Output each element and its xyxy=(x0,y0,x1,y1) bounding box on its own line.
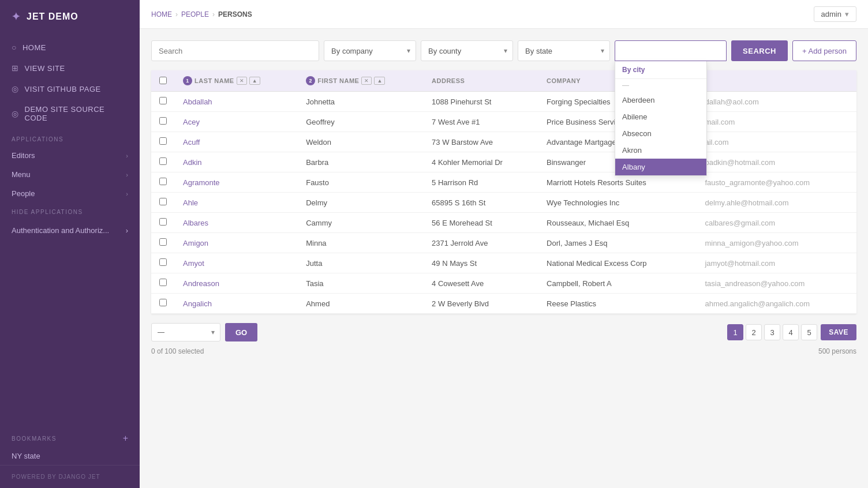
state-filter[interactable]: By state xyxy=(518,40,610,61)
cell-first-2: Weldon xyxy=(298,132,424,152)
people-label: People xyxy=(12,189,35,198)
cell-address-2: 73 W Barstow Ave xyxy=(424,132,538,152)
admin-dropdown[interactable]: admin ▾ xyxy=(814,6,856,22)
table-row: Amyot Jutta 49 N Mays St National Medica… xyxy=(151,253,856,273)
cell-company-10: Reese Plastics xyxy=(538,294,697,314)
company-filter[interactable]: By company xyxy=(324,40,416,61)
row-checkbox-3[interactable] xyxy=(159,157,167,165)
cell-email-1: mail.com xyxy=(697,112,856,132)
row-checkbox-7[interactable] xyxy=(159,238,167,246)
hide-apps-label[interactable]: HIDE APPLICATIONS xyxy=(0,203,140,221)
breadcrumb-people[interactable]: PEOPLE xyxy=(181,10,209,18)
table-row: Agramonte Fausto 5 Harrison Rd Marriott … xyxy=(151,172,856,193)
city-option-absecon[interactable]: Absecon xyxy=(615,125,706,142)
bookmark-ny-state[interactable]: NY state xyxy=(0,447,140,465)
page-1[interactable]: 1 xyxy=(727,324,743,340)
county-filter-wrapper: By county xyxy=(421,40,513,61)
county-filter[interactable]: By county xyxy=(421,40,513,61)
auth-chevron-icon: › xyxy=(126,226,128,235)
last-name-link-4[interactable]: Agramonte xyxy=(183,178,220,187)
row-checkbox-2[interactable] xyxy=(159,137,167,145)
last-name-link-5[interactable]: Ahle xyxy=(183,198,198,207)
sidebar-item-auth[interactable]: Authentication and Authoriz... › xyxy=(0,221,140,240)
page-4[interactable]: 4 xyxy=(783,324,799,340)
persons-table: 1 LAST NAME ✕ ▲ 2 FIRST NAME ✕ ▲ xyxy=(151,70,856,314)
last-name-link-0[interactable]: Abdallah xyxy=(183,97,212,106)
sidebar-item-people[interactable]: People › xyxy=(0,184,140,203)
breadcrumb-home[interactable]: HOME xyxy=(151,10,172,18)
cell-last-1: Acey xyxy=(175,112,298,132)
sort-last-name-asc[interactable]: ▲ xyxy=(249,77,260,85)
page-5[interactable]: 5 xyxy=(801,324,817,340)
city-option-abilene[interactable]: Abilene xyxy=(615,108,706,125)
content-area: By company By county By state By city — xyxy=(140,29,868,488)
row-checkbox-1[interactable] xyxy=(159,117,167,125)
row-checkbox-0[interactable] xyxy=(159,97,167,104)
first-name-col-label: FIRST NAME xyxy=(317,77,359,84)
row-checkbox-4[interactable] xyxy=(159,178,167,185)
cell-first-1: Geoffrey xyxy=(298,112,424,132)
cell-last-4: Agramonte xyxy=(175,172,298,193)
city-filter-input[interactable] xyxy=(615,40,727,61)
last-name-link-10[interactable]: Angalich xyxy=(183,299,212,308)
page-3[interactable]: 3 xyxy=(764,324,780,340)
sidebar: ✦ JET DEMO ○ HOME ⊞ VIEW SITE ◎ VISIT GI… xyxy=(0,0,140,488)
view-site-icon: ⊞ xyxy=(12,63,19,73)
sort-last-name-x[interactable]: ✕ xyxy=(237,77,247,85)
cell-first-0: Johnetta xyxy=(298,92,424,112)
last-name-link-8[interactable]: Amyot xyxy=(183,259,204,268)
select-all-checkbox[interactable] xyxy=(159,77,167,84)
last-name-link-6[interactable]: Albares xyxy=(183,219,208,227)
row-checkbox-8[interactable] xyxy=(159,258,167,266)
city-option-akron[interactable]: Akron xyxy=(615,142,706,159)
city-option-aberdeen[interactable]: Aberdeen xyxy=(615,92,706,108)
sort-first-name-asc[interactable]: ▲ xyxy=(374,77,385,85)
company-filter-wrapper: By company xyxy=(324,40,416,61)
city-option-albany[interactable]: Albany xyxy=(615,159,706,175)
add-bookmark-button[interactable]: + xyxy=(123,433,128,444)
table-row: Angalich Ahmed 2 W Beverly Blvd Reese Pl… xyxy=(151,294,856,314)
cell-company-9: Campbell, Robert A xyxy=(538,273,697,294)
sort-first-name-x[interactable]: ✕ xyxy=(361,77,372,85)
cell-email-4: fausto_agramonte@yahoo.com xyxy=(697,172,856,193)
search-input[interactable] xyxy=(151,40,319,61)
sidebar-item-view-site[interactable]: ⊞ VIEW SITE xyxy=(0,58,140,78)
app-title: JET DEMO xyxy=(27,12,78,22)
sidebar-item-home[interactable]: ○ HOME xyxy=(0,37,140,58)
last-name-link-7[interactable]: Amigon xyxy=(183,239,208,247)
sidebar-item-menu[interactable]: Menu › xyxy=(0,165,140,184)
bulk-action-select[interactable]: — xyxy=(151,323,220,341)
home-icon: ○ xyxy=(12,43,17,52)
last-name-link-1[interactable]: Acey xyxy=(183,118,200,126)
cell-email-5: delmy.ahle@hotmail.com xyxy=(697,193,856,213)
add-person-button[interactable]: + Add person xyxy=(792,40,856,61)
main-content: HOME › PEOPLE › PERSONS admin ▾ By compa… xyxy=(140,0,868,488)
cell-address-0: 1088 Pinehurst St xyxy=(424,92,538,112)
cell-company-6: Rousseaux, Michael Esq xyxy=(538,213,697,233)
save-button[interactable]: SAVE xyxy=(821,324,856,340)
cell-address-3: 4 Kohler Memorial Dr xyxy=(424,152,538,172)
last-name-link-2[interactable]: Acuff xyxy=(183,138,200,147)
cell-address-4: 5 Harrison Rd xyxy=(424,172,538,193)
sidebar-item-source[interactable]: ◎ DEMO SITE SOURCE CODE xyxy=(0,99,140,128)
page-2[interactable]: 2 xyxy=(746,324,762,340)
cell-company-7: Dorl, James J Esq xyxy=(538,233,697,253)
row-checkbox-5[interactable] xyxy=(159,198,167,205)
row-checkbox-9[interactable] xyxy=(159,279,167,286)
last-name-link-9[interactable]: Andreason xyxy=(183,279,219,288)
cell-address-8: 49 N Mays St xyxy=(424,253,538,273)
go-button[interactable]: GO xyxy=(225,323,257,341)
cell-first-5: Delmy xyxy=(298,193,424,213)
sidebar-item-github[interactable]: ◎ VISIT GITHUB PAGE xyxy=(0,78,140,99)
city-filter-wrapper: By city — Aberdeen Abilene Absecon Akron… xyxy=(615,40,727,61)
sidebar-item-editors[interactable]: Editors › xyxy=(0,146,140,165)
col-email xyxy=(697,70,856,92)
last-name-link-3[interactable]: Adkin xyxy=(183,158,202,167)
city-separator: — xyxy=(615,79,706,92)
col-address: ADDRESS xyxy=(424,70,538,92)
row-checkbox-6[interactable] xyxy=(159,218,167,226)
admin-chevron-icon: ▾ xyxy=(845,10,849,18)
search-button[interactable]: SEARCH xyxy=(731,40,788,61)
row-checkbox-10[interactable] xyxy=(159,299,167,306)
bookmarks-label: BOOKMARKS xyxy=(12,436,57,442)
